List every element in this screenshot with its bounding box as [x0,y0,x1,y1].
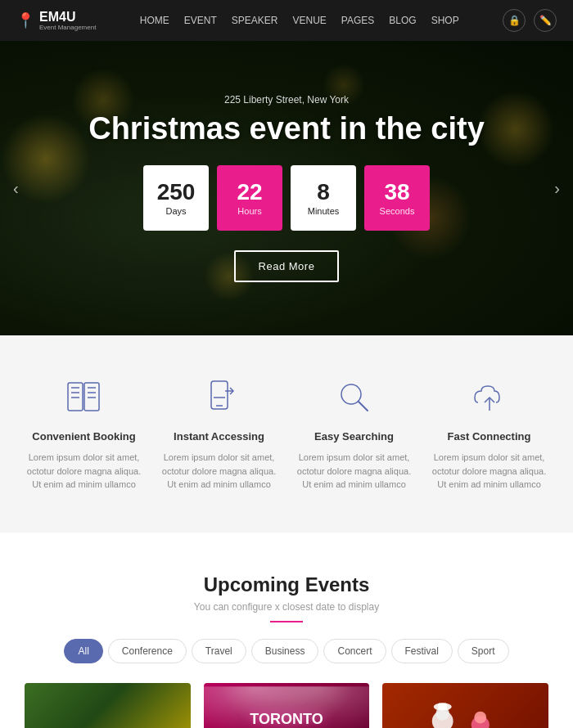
nav-action-icons: 🔒 ✏️ [503,9,557,32]
countdown-days: 250 Days [143,165,209,231]
feature-booking-desc: Lorem ipsum dolor sit amet, octotur dolo… [25,451,143,492]
countdown-seconds: 38 Seconds [364,165,430,231]
svg-rect-4 [84,383,99,411]
filter-festival[interactable]: Festival [391,639,453,663]
event-card-3[interactable]: MAY 2 2018 [382,683,548,729]
filter-tabs: All Conference Travel Business Concert F… [25,639,548,663]
event-card-1[interactable]: MAR 15 2018 [25,683,191,729]
lock-icon-button[interactable]: 🔒 [503,9,526,32]
navbar: 📍 EM4U Event Management HOME EVENT SPEAK… [0,0,573,41]
filter-conference[interactable]: Conference [108,639,187,663]
feature-booking-title: Convenient Booking [32,430,135,443]
hero-next-arrow[interactable]: › [548,173,566,204]
feature-connecting-desc: Lorem ipsum dolor sit amet, octotur dolo… [430,451,548,492]
filter-business[interactable]: Business [251,639,319,663]
searching-icon [330,376,379,417]
nav-item-blog[interactable]: BLOG [389,15,416,26]
countdown-hours-label: Hours [237,206,261,216]
hero-prev-arrow[interactable]: ‹ [7,173,25,204]
booking-icon [60,376,109,417]
countdown-minutes-label: Minutes [308,206,340,216]
feature-searching: Easy Searching Lorem ipsum dolor sit ame… [295,376,413,492]
countdown-seconds-value: 38 [384,181,409,204]
site-logo[interactable]: 📍 EM4U Event Management [16,10,96,31]
svg-rect-0 [68,383,83,411]
accessing-icon [195,376,244,417]
feature-searching-desc: Lorem ipsum dolor sit amet, octotur dolo… [295,451,413,492]
section-header: Upcoming Events You can configure x clos… [25,573,548,622]
nav-item-venue[interactable]: VENUE [292,15,326,26]
main-nav: HOME EVENT SPEAKER VENUE PAGES BLOG SHOP [140,15,459,26]
nav-item-pages[interactable]: PAGES [341,15,374,26]
countdown-hours: 22 Hours [217,165,282,231]
svg-line-13 [359,402,368,411]
event-card-2[interactable]: TORONTO 🍁 APR 1 2018 [204,683,370,729]
edit-icon-button[interactable]: ✏️ [534,9,557,32]
nav-item-shop[interactable]: SHOP [431,15,459,26]
read-more-button[interactable]: Read More [234,250,340,282]
countdown-days-value: 250 [157,181,196,204]
nav-item-event[interactable]: EVENT [184,15,217,26]
hero-section: ‹ › 225 Liberty Street, New York Christm… [0,41,573,335]
feature-searching-title: Easy Searching [314,430,394,443]
countdown-hours-value: 22 [237,181,262,204]
logo-pin-icon: 📍 [16,11,34,29]
feature-connecting: Fast Connecting Lorem ipsum dolor sit am… [430,376,548,492]
upcoming-title: Upcoming Events [25,573,548,596]
connecting-icon [465,376,514,417]
filter-all[interactable]: All [64,639,102,663]
filter-sport[interactable]: Sport [458,639,509,663]
countdown-days-label: Days [165,206,186,216]
nav-item-speaker[interactable]: SPEAKER [232,15,278,26]
nav-item-home[interactable]: HOME [140,15,169,26]
feature-accessing-title: Instant Accessing [174,430,264,443]
feature-booking: Convenient Booking Lorem ipsum dolor sit… [25,376,143,492]
hero-address: 225 Liberty Street, New York [88,94,485,106]
hero-content: 225 Liberty Street, New York Christmas e… [88,94,485,283]
svg-rect-42 [438,703,447,710]
countdown-seconds-label: Seconds [380,206,415,216]
filter-travel[interactable]: Travel [192,639,246,663]
feature-connecting-title: Fast Connecting [448,430,531,443]
countdown-timer: 250 Days 22 Hours 8 Minutes 38 Seconds [88,165,485,231]
logo-text: EM4U Event Management [39,10,96,31]
feature-accessing: Instant Accessing Lorem ipsum dolor sit … [160,376,278,492]
countdown-minutes-value: 8 [317,181,330,204]
filter-concert[interactable]: Concert [323,639,386,663]
upcoming-events-section: Upcoming Events You can configure x clos… [0,533,573,729]
features-section: Convenient Booking Lorem ipsum dolor sit… [0,335,573,533]
event-cards-grid: MAR 15 2018 [25,683,548,729]
toronto-text: TORONTO 🍁 [245,711,327,729]
svg-point-45 [475,712,487,724]
feature-accessing-desc: Lorem ipsum dolor sit amet, octotur dolo… [160,451,278,492]
hero-title: Christmas event in the city [88,112,485,146]
svg-rect-8 [211,381,228,409]
countdown-minutes: 8 Minutes [291,165,356,231]
section-divider [270,621,303,622]
upcoming-subtitle: You can configure x closest date to disp… [25,601,548,613]
